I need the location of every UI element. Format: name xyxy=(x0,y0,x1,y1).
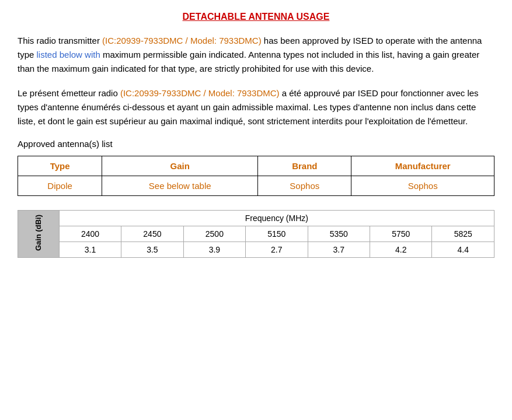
para1-highlight2: listed below with xyxy=(37,50,100,60)
gain-label-text: Gain (dBi) xyxy=(34,215,43,251)
antenna-table: Type Gain Brand Manufacturer Dipole See … xyxy=(18,156,494,196)
gain-val-4: 3.7 xyxy=(308,242,370,258)
freq-5150: 5150 xyxy=(246,226,308,242)
gain-values-row: 3.1 3.5 3.9 2.7 3.7 4.2 4.4 xyxy=(18,242,494,258)
freq-2400: 2400 xyxy=(59,226,121,242)
freq-table: Gain (dBi) Frequency (MHz) 2400 2450 250… xyxy=(18,210,494,258)
para1-highlight1: (IC:20939-7933DMC / Model: 7933DMC) xyxy=(102,36,262,46)
page-title: DETACHABLE ANTENNA USAGE xyxy=(18,12,494,22)
table-row: Dipole See below table Sophos Sophos xyxy=(18,176,494,196)
gain-val-3: 2.7 xyxy=(246,242,308,258)
paragraph-french: Le présent émetteur radio (IC:20939-7933… xyxy=(18,86,494,128)
gain-val-1: 3.5 xyxy=(121,242,183,258)
antenna-brand: Sophos xyxy=(258,176,351,196)
freq-header-row: Gain (dBi) Frequency (MHz) xyxy=(18,211,494,226)
approved-label: Approved antenna(s) list xyxy=(18,139,494,149)
gain-val-0: 3.1 xyxy=(59,242,121,258)
gain-val-2: 3.9 xyxy=(183,242,245,258)
para2-highlight1: (IC:20939-7933DMC / Model: 7933DMC) xyxy=(120,88,280,98)
antenna-type: Dipole xyxy=(18,176,102,196)
para2-text-before: Le présent émetteur radio xyxy=(18,88,120,98)
antenna-gain: See below table xyxy=(102,176,258,196)
antenna-col-type: Type xyxy=(18,156,102,176)
freq-header: Frequency (MHz) xyxy=(59,211,494,226)
gain-val-6: 4.4 xyxy=(432,242,494,258)
antenna-manufacturer: Sophos xyxy=(351,176,494,196)
gain-val-5: 4.2 xyxy=(370,242,432,258)
para1-text-before: This radio transmitter xyxy=(18,36,102,46)
antenna-col-brand: Brand xyxy=(258,156,351,176)
antenna-col-manufacturer: Manufacturer xyxy=(351,156,494,176)
freq-5350: 5350 xyxy=(308,226,370,242)
freq-2450: 2450 xyxy=(121,226,183,242)
freq-values-row: 2400 2450 2500 5150 5350 5750 5825 xyxy=(18,226,494,242)
antenna-col-gain: Gain xyxy=(102,156,258,176)
freq-5750: 5750 xyxy=(370,226,432,242)
paragraph-english: This radio transmitter (IC:20939-7933DMC… xyxy=(18,34,494,76)
gain-label: Gain (dBi) xyxy=(18,211,60,258)
freq-5825: 5825 xyxy=(432,226,494,242)
freq-2500: 2500 xyxy=(183,226,245,242)
